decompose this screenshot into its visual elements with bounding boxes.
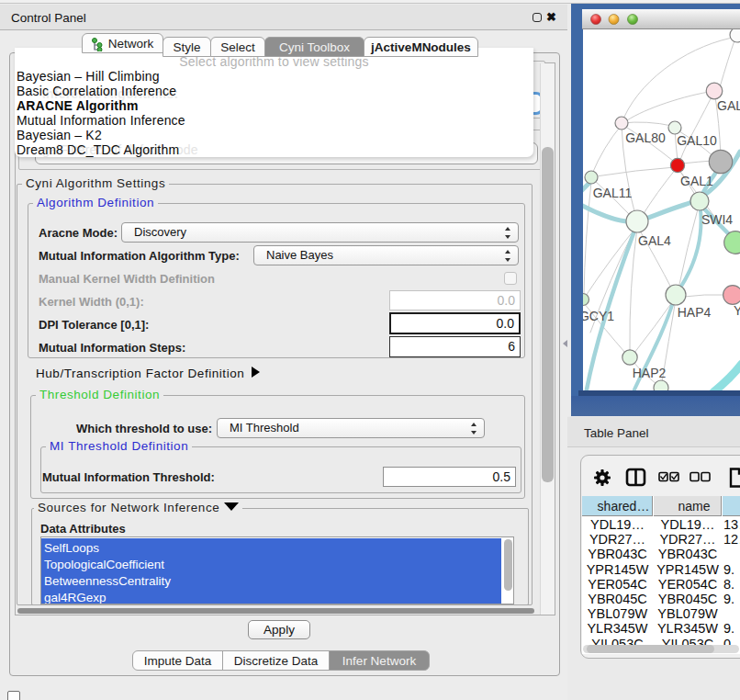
svg-text:GAL4: GAL4 <box>638 233 671 248</box>
svg-text:GAL80: GAL80 <box>625 130 666 145</box>
svg-text:GCY1: GCY1 <box>583 309 614 323</box>
svg-text:GAL10: GAL10 <box>677 133 717 148</box>
svg-text:GAL11: GAL11 <box>593 186 633 200</box>
svg-text:SWI4: SWI4 <box>701 212 733 227</box>
svg-text:HAP2: HAP2 <box>633 366 667 380</box>
svg-text:Y: Y <box>734 303 740 318</box>
svg-text:GAL1: GAL1 <box>680 174 713 188</box>
svg-text:HAP4: HAP4 <box>678 305 712 320</box>
svg-text:GAL: GAL <box>717 98 740 113</box>
